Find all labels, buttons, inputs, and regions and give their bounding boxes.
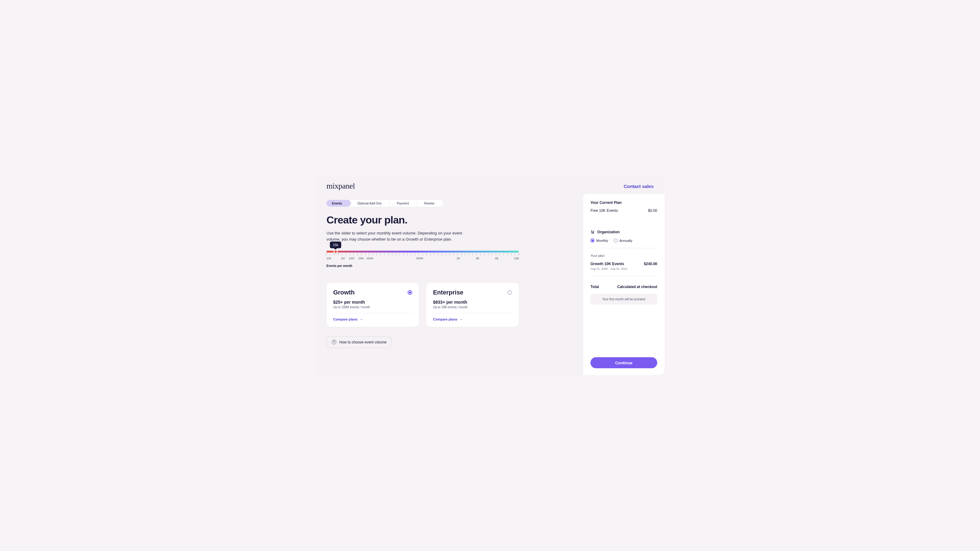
current-plan-name: Free 10K Events <box>590 208 618 213</box>
logo: mixpanel <box>326 181 355 191</box>
current-plan-label: Your Current Plan <box>590 200 657 205</box>
step-events[interactable]: Events <box>326 200 349 206</box>
arrow-right-icon: → <box>359 317 363 321</box>
plan-growth-name: Growth <box>333 289 355 296</box>
plan-growth-compare-link[interactable]: Compare plans → <box>333 317 412 321</box>
plan-growth-price: $25+ per month <box>333 300 412 305</box>
cart-icon <box>590 230 595 234</box>
topbar: mixpanel Contact sales <box>315 176 665 194</box>
plan-growth-radio[interactable] <box>407 290 412 295</box>
tick-label: 5B <box>495 257 498 260</box>
summary-plan-name: Growth 10K Events <box>590 262 624 266</box>
total-label: Total <box>590 285 599 289</box>
plan-enterprise-card[interactable]: Enterprise $833+ per month Up to 10B eve… <box>426 283 519 327</box>
help-choose-volume-button[interactable]: ? How to choose event volume <box>326 336 392 348</box>
total-value: Calculated at checkout <box>617 285 657 289</box>
plan-enterprise-compare-link[interactable]: Compare plans → <box>433 317 512 321</box>
stepper: Events Optional Add-Ons Payment Review <box>326 200 572 206</box>
plan-enterprise-sub: Up to 10B events / month <box>433 305 512 309</box>
tick-label: 10K <box>326 257 331 260</box>
svg-point-0 <box>592 233 592 233</box>
summary-plan-amount: $240.00 <box>644 262 657 266</box>
billing-monthly-option[interactable]: Monthly <box>590 238 608 243</box>
org-label: Organization <box>597 230 620 234</box>
step-review[interactable]: Review <box>416 200 441 206</box>
slider-ticks <box>326 253 519 256</box>
main-panel: Events Optional Add-Ons Payment Review C… <box>315 194 583 375</box>
plan-growth-card[interactable]: Growth $25+ per month Up to 100M events … <box>326 283 419 327</box>
tick-label: 1M <box>341 257 345 260</box>
tick-label: 500M <box>416 257 423 260</box>
current-plan-amount: $0.00 <box>648 208 657 213</box>
contact-sales-link[interactable]: Contact sales <box>624 184 654 189</box>
help-label: How to choose event volume <box>339 340 387 345</box>
plan-growth-sub: Up to 100M events / month <box>333 305 412 309</box>
slider-tick-labels: 10K1M10M25M100M500M1B3B5B10B <box>326 257 519 261</box>
plan-enterprise-radio[interactable] <box>508 290 512 295</box>
billing-annually-label: Annually <box>620 239 632 243</box>
step-payment[interactable]: Payment <box>389 200 415 206</box>
radio-on-icon <box>590 238 595 243</box>
step-addons[interactable]: Optional Add-Ons <box>350 200 388 206</box>
page-subtitle: Use the slider to select your monthly ev… <box>326 230 465 242</box>
tick-label: 100M <box>366 257 373 260</box>
billing-annually-option[interactable]: Annually <box>614 238 632 243</box>
body: Events Optional Add-Ons Payment Review C… <box>315 194 665 375</box>
summary-plan-dates: Aug 21, 2020 - Aug 31, 2021 <box>590 267 657 270</box>
continue-button[interactable]: Continue <box>590 357 657 368</box>
divider <box>590 248 657 248</box>
your-plan-label: Your plan <box>590 254 657 257</box>
slider-caption: Events per month <box>326 264 519 268</box>
divider <box>590 276 657 276</box>
event-volume-slider[interactable]: 15k 10K1M10M25M100M500M1B3B5B10B Events … <box>326 251 519 268</box>
arrow-right-icon: → <box>459 317 463 321</box>
slider-value-tooltip: 15k <box>330 241 342 248</box>
question-icon: ? <box>332 340 336 345</box>
tick-label: 1B <box>457 257 460 260</box>
plan-enterprise-name: Enterprise <box>433 289 463 296</box>
page-title: Create your plan. <box>326 214 572 226</box>
compare-label: Compare plans <box>333 318 357 321</box>
pricing-card: mixpanel Contact sales Events Optional A… <box>315 176 665 375</box>
slider-track[interactable] <box>326 251 519 252</box>
summary-sidebar: Your Current Plan Free 10K Events $0.00 … <box>583 194 665 375</box>
tick-label: 25M <box>358 257 364 260</box>
radio-off-icon <box>614 238 618 243</box>
plan-enterprise-price: $833+ per month <box>433 300 512 305</box>
svg-point-1 <box>593 233 594 233</box>
tick-label: 3B <box>476 257 479 260</box>
billing-monthly-label: Monthly <box>596 239 608 243</box>
compare-label: Compare plans <box>433 318 457 321</box>
prorate-note: Your first month will be prorated <box>590 294 657 305</box>
billing-cycle-toggle: Monthly Annually <box>590 238 657 243</box>
tick-label: 10B <box>514 257 519 260</box>
tick-label: 10M <box>349 257 354 260</box>
plan-options: Growth $25+ per month Up to 100M events … <box>326 283 572 327</box>
